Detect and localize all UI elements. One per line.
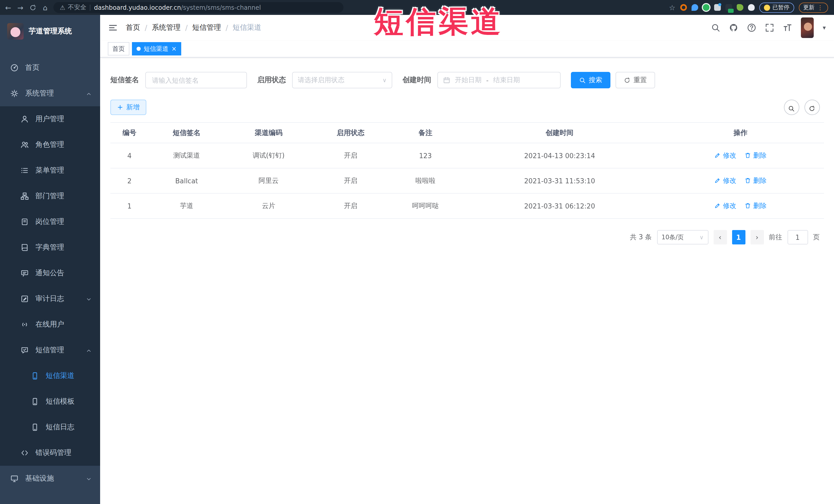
chevron-down-icon: ∨: [382, 77, 387, 84]
page-content: 短信签名 启用状态 请选择启用状态 ∨ 创建时间 开始日期 - 结束日期: [100, 58, 834, 504]
trash-icon: [744, 152, 751, 159]
breadcrumb-separator: /: [145, 24, 147, 32]
sidebar-item-sms-mgmt[interactable]: 短信管理: [0, 337, 100, 363]
sidebar-item-label: 首页: [25, 63, 40, 72]
fullscreen-icon[interactable]: [765, 23, 774, 32]
font-size-icon[interactable]: [783, 23, 792, 32]
search-button[interactable]: 搜索: [571, 72, 610, 88]
sidebar-item-label: 基础设施: [25, 474, 54, 483]
sidebar-item-notice[interactable]: 通知公告: [0, 260, 100, 286]
sidebar-item-system[interactable]: 系统管理: [0, 81, 100, 106]
delete-link[interactable]: 删除: [744, 176, 767, 185]
forward-icon[interactable]: →: [17, 4, 23, 11]
edit-link-label: 修改: [723, 151, 736, 160]
security-indicator[interactable]: ⚠ 不安全: [60, 3, 87, 12]
extension-icon-blue-pin[interactable]: [691, 4, 698, 11]
breadcrumb-sms[interactable]: 短信管理: [192, 23, 221, 32]
chrome-update-button[interactable]: 更新 ⋮: [798, 2, 828, 13]
cell-sign: 芋道: [149, 193, 225, 219]
cell-id: 4: [110, 143, 149, 168]
announcement-icon: [21, 269, 29, 277]
goto-label: 前往: [769, 233, 782, 242]
extension-icon-green-leaf[interactable]: [737, 4, 743, 11]
extension-icon-dark-on[interactable]: [725, 4, 732, 11]
sign-input[interactable]: [145, 72, 247, 88]
col-status: 启用状态: [312, 123, 389, 143]
signal-icon: [21, 321, 29, 329]
divider: [90, 4, 90, 10]
breadcrumb-system[interactable]: 系统管理: [152, 23, 180, 32]
breadcrumb-home[interactable]: 首页: [126, 23, 140, 32]
tab-home[interactable]: 首页: [108, 42, 129, 56]
reset-button[interactable]: 重置: [616, 72, 655, 88]
caret-down-icon[interactable]: ▾: [823, 24, 826, 31]
sidebar-item-post-mgmt[interactable]: 岗位管理: [0, 209, 100, 235]
next-page-button[interactable]: ›: [750, 230, 764, 244]
sidebar-item-user-mgmt[interactable]: 用户管理: [0, 106, 100, 132]
edit-link-label: 修改: [723, 201, 736, 211]
cell-remark: 123: [389, 143, 462, 168]
main-panel: 首页 / 系统管理 / 短信管理 / 短信渠道 ▾: [100, 15, 834, 504]
refresh-table-button[interactable]: [804, 100, 820, 115]
table-row: 1 芋道 云片 开启 呵呵呵哒 2021-03-31 06:12:20 修改删除: [110, 193, 824, 219]
github-icon[interactable]: [729, 23, 739, 32]
more-vert-icon[interactable]: ⋮: [817, 4, 823, 11]
dashboard-icon: [10, 64, 19, 72]
app-header: 首页 / 系统管理 / 短信管理 / 短信渠道 ▾: [100, 15, 834, 41]
edit-link[interactable]: 修改: [714, 176, 736, 185]
edit-link[interactable]: 修改: [714, 201, 736, 211]
sidebar-item-error-code[interactable]: 错误码管理: [0, 440, 100, 466]
goto-page-input[interactable]: [787, 230, 808, 244]
reload-icon[interactable]: [29, 4, 37, 11]
add-button[interactable]: 新增: [110, 100, 146, 115]
sidebar-item-role-mgmt[interactable]: 角色管理: [0, 132, 100, 158]
home-icon[interactable]: ⌂: [43, 4, 47, 11]
toggle-search-button[interactable]: [784, 100, 799, 115]
badge-icon: [21, 218, 29, 226]
sidebar-item-audit-log[interactable]: 审计日志: [0, 286, 100, 312]
close-icon[interactable]: ×: [172, 46, 177, 52]
extension-icon-orange[interactable]: [680, 4, 687, 11]
extension-icon-white[interactable]: [748, 4, 754, 11]
chevron-down-icon: [86, 296, 92, 302]
edit-link[interactable]: 修改: [714, 151, 736, 160]
profile-paused-badge[interactable]: 已暂停: [759, 2, 794, 13]
sidebar-item-sms-template[interactable]: 短信模板: [0, 389, 100, 414]
back-icon[interactable]: ←: [5, 4, 11, 11]
address-bar[interactable]: ⚠ 不安全 dashboard.yudao.iocoder.cn/system/…: [54, 2, 344, 13]
date-range-picker[interactable]: 开始日期 - 结束日期: [437, 72, 561, 88]
reset-button-label: 重置: [634, 75, 647, 85]
search-icon[interactable]: [711, 23, 721, 32]
page-size-select[interactable]: 10条/页 ∨: [657, 230, 708, 244]
sidebar-item-dict-mgmt[interactable]: 字典管理: [0, 235, 100, 260]
sidebar-item-online-users[interactable]: 在线用户: [0, 312, 100, 337]
sidebar-item-label: 用户管理: [36, 114, 64, 124]
avatar[interactable]: [801, 18, 814, 38]
sidebar-item-sms-log[interactable]: 短信日志: [0, 414, 100, 440]
chevron-down-icon: [86, 476, 92, 482]
warning-icon: ⚠: [60, 4, 65, 11]
delete-link[interactable]: 删除: [744, 151, 767, 160]
sidebar-item-sms-channel[interactable]: 短信渠道: [0, 363, 100, 389]
sidebar-item-dept-mgmt[interactable]: 部门管理: [0, 183, 100, 209]
tab-sms-channel[interactable]: 短信渠道 ×: [132, 42, 181, 56]
delete-link[interactable]: 删除: [744, 201, 767, 211]
hamburger-icon[interactable]: [108, 23, 117, 32]
sidebar-item-infra[interactable]: 基础设施: [0, 466, 100, 491]
extension-icon-gray-blue[interactable]: [714, 4, 721, 11]
prev-page-button[interactable]: ‹: [714, 230, 727, 244]
bookmark-star-icon[interactable]: ☆: [669, 4, 675, 11]
tags-view: 首页 短信渠道 ×: [100, 41, 834, 58]
sidebar-logo[interactable]: 芋道管理系统: [0, 15, 100, 48]
emoji-face-icon: [764, 4, 770, 10]
extension-icon-green-check[interactable]: [703, 4, 709, 11]
status-select[interactable]: 请选择启用状态 ∨: [292, 72, 392, 88]
delete-link-label: 删除: [753, 201, 767, 211]
help-icon[interactable]: [747, 23, 756, 32]
table-row: 2 Ballcat 阿里云 开启 啦啦啦 2021-03-31 11:53:10…: [110, 168, 824, 193]
current-page[interactable]: 1: [732, 230, 745, 244]
cell-time: 2021-03-31 11:53:10: [462, 168, 657, 193]
sidebar-item-home[interactable]: 首页: [0, 55, 100, 81]
sidebar-item-menu-mgmt[interactable]: 菜单管理: [0, 158, 100, 183]
search-button-label: 搜索: [589, 75, 602, 85]
